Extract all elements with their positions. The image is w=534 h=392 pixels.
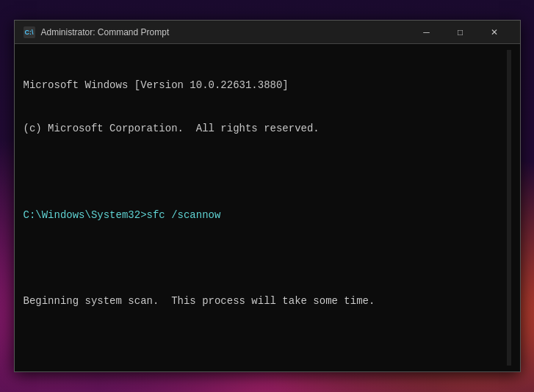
window-controls: ─ □ ✕ bbox=[410, 21, 511, 44]
console-output[interactable]: Microsoft Windows [Version 10.0.22631.38… bbox=[24, 50, 504, 366]
close-button[interactable]: ✕ bbox=[477, 21, 511, 44]
output-line-4: Beginning system scan. This process will… bbox=[24, 294, 504, 309]
empty-line-1 bbox=[24, 165, 504, 180]
scrollbar[interactable] bbox=[507, 50, 511, 366]
prompt-1: C:\Windows\System32> bbox=[24, 209, 147, 221]
output-line-3: C:\Windows\System32>sfc /scannow bbox=[24, 208, 504, 223]
output-line-2: (c) Microsoft Corporation. All rights re… bbox=[24, 122, 504, 137]
output-line-1: Microsoft Windows [Version 10.0.22631.38… bbox=[24, 79, 504, 93]
title-bar: C:\ Administrator: Command Prompt ─ □ ✕ bbox=[15, 21, 520, 44]
window-icon: C:\ bbox=[24, 26, 35, 38]
minimize-button[interactable]: ─ bbox=[410, 21, 444, 44]
command-prompt-window: C:\ Administrator: Command Prompt ─ □ ✕ … bbox=[14, 20, 521, 372]
empty-line-2 bbox=[24, 251, 504, 266]
command-1: sfc /scannow bbox=[147, 209, 221, 221]
console-body: Microsoft Windows [Version 10.0.22631.38… bbox=[15, 44, 520, 371]
maximize-button[interactable]: □ bbox=[444, 21, 477, 44]
window-title: Administrator: Command Prompt bbox=[41, 27, 410, 37]
empty-line-3 bbox=[24, 338, 504, 352]
